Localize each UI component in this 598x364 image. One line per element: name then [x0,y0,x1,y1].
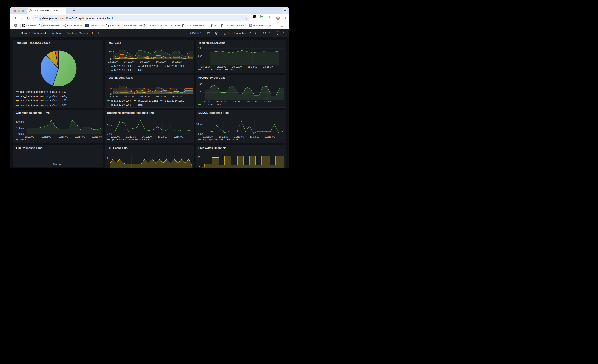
svg-text:16:14:00: 16:14:00 [250,136,259,138]
svg-text:50: 50 [109,50,111,53]
svg-text:16:12:00: 16:12:00 [126,136,136,138]
svg-text:16:15:00: 16:15:00 [262,100,272,103]
svg-text:400: 400 [198,47,202,49]
svg-text:50 ms: 50 ms [196,123,203,126]
svg-text:16:11:00: 16:11:00 [203,136,213,138]
svg-text:16:12:00: 16:12:00 [42,136,51,138]
svg-text:0 ms: 0 ms [107,132,112,135]
svg-text:16:15:00: 16:15:00 [92,136,102,138]
svg-text:16:13:00: 16:13:00 [58,136,68,138]
svg-text:16:12:00: 16:12:00 [124,95,134,98]
svg-text:16:14:00: 16:14:00 [156,95,166,98]
svg-text:16:14:00: 16:14:00 [248,65,257,68]
svg-text:16:13:00: 16:13:00 [234,136,244,138]
svg-text:0: 0 [110,57,112,60]
svg-text:200: 200 [198,55,202,58]
svg-text:40: 40 [199,83,202,86]
svg-text:16:11:00: 16:11:00 [200,100,210,103]
svg-text:250 ms: 250 ms [16,127,24,129]
svg-text:16:14:00: 16:14:00 [75,136,85,138]
svg-text:16:12:00: 16:12:00 [216,65,226,68]
svg-text:16:11:00: 16:11:00 [201,65,211,68]
svg-text:16:13:00: 16:13:00 [140,95,150,98]
svg-text:16:11:00: 16:11:00 [25,136,34,138]
svg-text:16:15:00: 16:15:00 [265,136,275,138]
svg-text:16:14:00: 16:14:00 [156,60,166,63]
svg-text:16:13:00: 16:13:00 [140,60,150,63]
svg-text:0: 0 [107,166,108,168]
svg-text:20: 20 [199,90,202,93]
svg-text:16:12:00: 16:12:00 [218,136,228,138]
svg-text:0 ms: 0 ms [197,132,203,135]
svg-text:16:13:00: 16:13:00 [142,136,151,138]
svg-text:0: 0 [110,93,112,95]
svg-text:16:11:00: 16:11:00 [110,136,120,138]
svg-text:16:13:00: 16:13:00 [232,65,242,68]
svg-text:5 ms: 5 ms [107,124,112,127]
svg-text:16:15:00: 16:15:00 [263,65,273,68]
svg-text:16:15:00: 16:15:00 [173,136,183,138]
svg-text:16:15:00: 16:15:00 [172,60,182,63]
svg-text:0: 0 [199,166,200,168]
svg-text:500 ms: 500 ms [16,120,24,123]
svg-text:16:13:00: 16:13:00 [231,100,241,103]
svg-text:16:11:00: 16:11:00 [108,60,118,63]
svg-text:16:14:00: 16:14:00 [158,136,167,138]
svg-text:100: 100 [196,156,200,159]
svg-text:16:12:00: 16:12:00 [124,60,134,63]
svg-text:16:14:00: 16:14:00 [247,100,257,103]
svg-text:0 ms: 0 ms [18,132,24,135]
svg-text:16:12:00: 16:12:00 [216,100,225,103]
svg-text:16:15:00: 16:15:00 [172,95,182,98]
svg-text:20: 20 [109,87,111,90]
svg-text:2: 2 [107,157,108,160]
svg-text:16:11:00: 16:11:00 [108,95,118,98]
